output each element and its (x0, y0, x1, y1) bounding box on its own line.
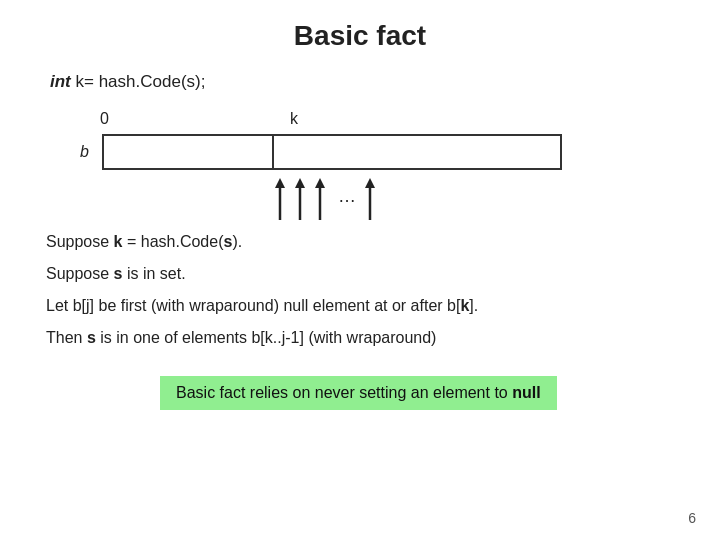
s-highlight-3: s (87, 329, 96, 346)
arrow-2 (292, 176, 308, 220)
array-box (102, 134, 562, 170)
arrow-4 (362, 176, 378, 220)
k-highlight-2: k (460, 297, 469, 314)
k-highlight: k (114, 233, 123, 250)
label-zero: 0 (100, 110, 109, 128)
svg-marker-1 (275, 178, 285, 188)
arrow-3 (312, 176, 328, 220)
array-b-label: b (80, 143, 96, 161)
keyword-int: int (50, 72, 71, 91)
arrow-1 (272, 176, 288, 220)
svg-marker-5 (315, 178, 325, 188)
arrows-section: … (272, 176, 680, 220)
array-row: b (80, 134, 680, 170)
s-highlight-1: s (223, 233, 232, 250)
code-line: int k= hash.Code(s); (50, 72, 680, 92)
label-k: k (290, 110, 298, 128)
page-number: 6 (688, 510, 696, 526)
paragraph-1: Suppose k = hash.Code(s). (46, 230, 680, 254)
s-highlight-2: s (114, 265, 123, 282)
svg-marker-7 (365, 178, 375, 188)
green-fact-box: Basic fact relies on never setting an el… (160, 376, 557, 410)
paragraph-4: Then s is in one of elements b[k..j-1] (… (46, 326, 680, 350)
svg-marker-3 (295, 178, 305, 188)
green-box-text: Basic fact relies on never setting an el… (176, 384, 512, 401)
green-box-bold: null (512, 384, 540, 401)
array-divider (272, 136, 274, 168)
paragraph-3: Let b[j] be first (with wraparound) null… (46, 294, 680, 318)
paragraph-2: Suppose s is in set. (46, 262, 680, 286)
code-text: k= hash.Code(s); (76, 72, 206, 91)
array-section: 0 k b (80, 110, 680, 170)
slide-title: Basic fact (40, 20, 680, 52)
dots: … (338, 186, 356, 211)
array-labels: 0 k (80, 110, 680, 132)
slide-container: Basic fact int k= hash.Code(s); 0 k b (0, 0, 720, 540)
